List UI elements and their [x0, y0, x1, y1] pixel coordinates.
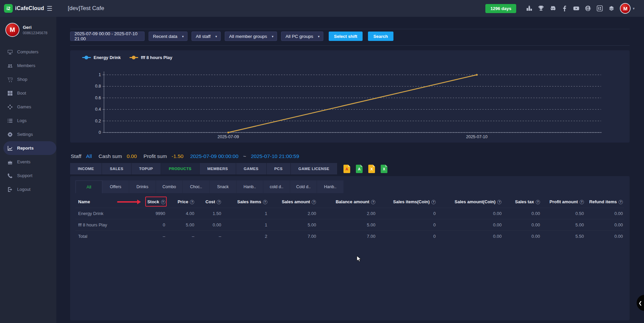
help-icon[interactable]: ?: [217, 200, 221, 204]
export-xls-yellow-icon[interactable]: X: [368, 165, 375, 173]
sidebar-item-label: Boot: [17, 91, 26, 96]
discord-icon[interactable]: [549, 5, 556, 12]
globe-icon[interactable]: [585, 5, 591, 12]
help-icon[interactable]: ?: [312, 200, 316, 204]
column-header-sales-items[interactable]: Sales items?: [222, 196, 268, 208]
category-tab-hanb-[interactable]: Hanb..: [317, 180, 344, 193]
column-header-cost[interactable]: Cost?: [196, 196, 222, 208]
report-tab-game-license[interactable]: GAME LICENSE: [291, 163, 337, 174]
cell-value: 0.50: [541, 208, 585, 219]
cell-value: 5.00: [541, 219, 585, 231]
select-shift-button[interactable]: Select shift: [329, 32, 363, 41]
date-range-input[interactable]: 2025-07-09 00:00 - 2025-07-10 21:00: [70, 32, 145, 41]
ranking-icon[interactable]: [526, 5, 533, 12]
export-pdf-green-icon[interactable]: A: [356, 165, 363, 173]
column-header-refund-items[interactable]: Refund items?: [585, 196, 624, 208]
category-tab-combo[interactable]: Combo: [156, 180, 183, 193]
column-header-sales-amount[interactable]: Sales amount?: [269, 196, 318, 208]
youtube-icon[interactable]: [573, 5, 580, 12]
help-icon[interactable]: ?: [431, 200, 436, 204]
help-icon[interactable]: ?: [580, 200, 584, 204]
sidebar-item-logout[interactable]: Logout: [0, 182, 56, 196]
cell-value: 9990: [126, 208, 167, 219]
help-icon[interactable]: ?: [619, 200, 623, 204]
sidebar-item-boot[interactable]: Boot: [0, 86, 56, 100]
cafe-title: [dev]Test Cafe: [68, 5, 104, 12]
sidebar-item-reports[interactable]: Reports: [3, 141, 56, 155]
table-row: Energy Drink99904.001.5012.002.0000.000.…: [75, 208, 624, 219]
period-end-link[interactable]: 2025-07-10 21:00:59: [251, 153, 299, 159]
export-pdf-yellow-icon[interactable]: A: [343, 165, 350, 173]
category-tab-cold-d-[interactable]: Cold d..: [290, 180, 317, 193]
sidebar-item-support[interactable]: Support: [0, 169, 56, 182]
column-header-sales-items-coin-[interactable]: Sales items(Coin)?: [377, 196, 437, 208]
help-icon[interactable]: ?: [497, 200, 501, 204]
category-tab-all[interactable]: All: [75, 180, 102, 193]
category-tab-offers[interactable]: Offers: [102, 180, 129, 193]
export-xls-green-icon[interactable]: X: [381, 165, 387, 173]
column-header-profit-amount[interactable]: Profit amount?: [541, 196, 585, 208]
sidebar-item-computers[interactable]: Computers: [0, 45, 56, 59]
user-avatar[interactable]: M: [620, 3, 631, 14]
sidebar-item-settings[interactable]: Settings: [0, 127, 56, 141]
sidebar-item-events[interactable]: Events: [0, 155, 56, 169]
user-menu[interactable]: M ▾: [620, 3, 635, 14]
column-header-stock[interactable]: Stock?: [126, 196, 167, 208]
license-days-badge[interactable]: 1296 days: [485, 4, 516, 13]
column-header-balance-amount[interactable]: Balance amount?: [317, 196, 377, 208]
staff-value[interactable]: All: [86, 153, 92, 159]
trophy-icon[interactable]: [538, 5, 544, 12]
report-tab-products[interactable]: PRODUCTS: [161, 163, 200, 174]
app-logo[interactable]: i2 iCafeCloud: [4, 4, 44, 13]
cell-value: 0.00: [503, 208, 541, 219]
settings-icon: [7, 132, 13, 137]
legend-item-1[interactable]: fff 8 hours Play: [129, 55, 172, 60]
cell-value: 0.00: [437, 219, 503, 231]
filter-select-1[interactable]: All staff▾: [192, 32, 221, 41]
category-tab-hanb-[interactable]: Hanb..: [236, 180, 263, 193]
report-tab-sales[interactable]: SALES: [102, 163, 131, 174]
filter-select-3[interactable]: All PC groups▾: [281, 32, 323, 41]
select-value: All member groups: [229, 34, 267, 39]
period-start-link[interactable]: 2025-07-09 00:00:00: [190, 153, 238, 159]
sales-chart-card: Energy Drinkfff 8 hours Play 00.20.40.60…: [70, 50, 630, 143]
filter-select-0[interactable]: Recent data▾: [149, 32, 187, 41]
report-tab-topup[interactable]: TOPUP: [131, 163, 161, 174]
search-button[interactable]: Search: [368, 32, 393, 41]
column-header-name[interactable]: Name: [75, 196, 126, 208]
category-tab-choc-[interactable]: Choc..: [183, 180, 210, 193]
category-tab-drinks[interactable]: Drinks: [129, 180, 156, 193]
filter-select-2[interactable]: All member groups▾: [225, 32, 277, 41]
help-icon[interactable]: ?: [190, 200, 194, 204]
icafecloud-icon[interactable]: [596, 5, 603, 12]
category-tab-cold-d-[interactable]: cold d..: [263, 180, 290, 193]
help-icon[interactable]: ?: [536, 200, 540, 204]
sidebar-item-logs[interactable]: Logs: [0, 114, 56, 127]
column-header-price[interactable]: Price?: [167, 196, 196, 208]
layers-icon[interactable]: [608, 5, 615, 12]
report-tab-members[interactable]: MEMBERS: [200, 163, 236, 174]
category-tab-snack[interactable]: Snack: [210, 180, 236, 193]
column-header-label: Sales tax: [515, 199, 534, 204]
facebook-icon[interactable]: [561, 5, 568, 12]
column-header-sales-amount-coin-[interactable]: Sales amount(Coin)?: [437, 196, 503, 208]
legend-item-0[interactable]: Energy Drink: [82, 55, 121, 60]
report-tab-pcs[interactable]: PCS: [267, 163, 291, 174]
sidebar-item-members[interactable]: Members: [0, 59, 56, 72]
column-header-sales-tax[interactable]: Sales tax?: [503, 196, 541, 208]
help-icon[interactable]: ?: [371, 200, 375, 204]
summary-bar: Staff All Cash sum 0.00 Profit sum -1.50…: [70, 153, 630, 159]
divider: [70, 45, 630, 46]
report-tab-games[interactable]: GAMES: [236, 163, 267, 174]
cell-name: Total: [75, 231, 126, 242]
help-icon[interactable]: ?: [263, 200, 267, 204]
sidebar-user-block[interactable]: M Geri 008612345678: [0, 17, 56, 44]
sidebar-item-shop[interactable]: Shop: [0, 72, 56, 86]
help-icon[interactable]: ?: [161, 200, 165, 204]
report-tab-income[interactable]: INCOME: [70, 163, 102, 174]
cash-sum-label: Cash sum: [99, 153, 122, 159]
sidebar-item-label: Logout: [17, 187, 31, 192]
sidebar-item-games[interactable]: Games: [0, 100, 56, 114]
cell-value: 0.00: [585, 208, 624, 219]
hamburger-menu-icon[interactable]: ☰: [47, 5, 52, 12]
